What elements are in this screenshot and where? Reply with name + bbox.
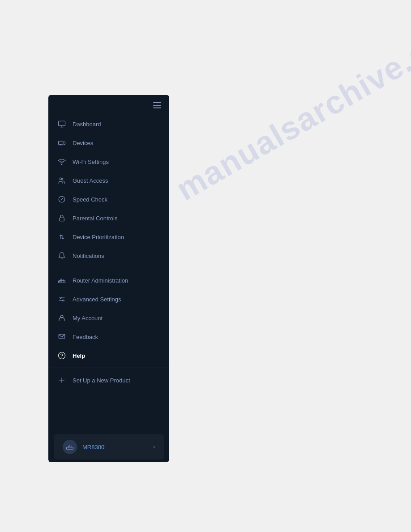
nav-list: Dashboard Devices Wi-Fi Settings Guest A… <box>48 113 169 432</box>
sidebar-item-router-administration[interactable]: Router Administration <box>48 271 169 290</box>
device-avatar <box>63 440 77 454</box>
sidebar-item-speed-check-label: Speed Check <box>73 196 107 203</box>
sidebar-item-wifi-settings-label: Wi-Fi Settings <box>73 159 109 165</box>
svg-point-20 <box>63 300 64 301</box>
sidebar-item-device-prioritization-label: Device Prioritization <box>73 234 124 240</box>
sidebar-item-my-account[interactable]: My Account <box>48 309 169 327</box>
sidebar-item-devices[interactable]: Devices <box>48 133 169 152</box>
sidebar-item-device-prioritization[interactable]: Device Prioritization <box>48 227 169 246</box>
sidebar-item-speed-check[interactable]: Speed Check <box>48 190 169 209</box>
sidebar-item-notifications-label: Notifications <box>73 253 104 259</box>
svg-point-19 <box>60 297 61 299</box>
sidebar-item-guest-access[interactable]: Guest Access <box>48 171 169 190</box>
svg-rect-0 <box>59 121 65 126</box>
router-icon <box>57 276 66 285</box>
speed-icon <box>57 195 66 204</box>
sidebar-item-setup-new-product[interactable]: Set Up a New Product <box>48 371 169 390</box>
sidebar-item-parental-controls-label: Parental Controls <box>73 215 117 222</box>
sidebar-item-help-label: Help <box>73 352 85 359</box>
sidebar-item-feedback-label: Feedback <box>73 334 98 340</box>
device-row[interactable]: MR8300 › <box>54 434 164 459</box>
svg-rect-3 <box>59 141 64 145</box>
divider-1 <box>48 268 169 268</box>
devices-icon <box>57 138 66 147</box>
sidebar-item-devices-label: Devices <box>73 140 93 146</box>
svg-rect-27 <box>67 447 73 450</box>
sidebar-item-dashboard-label: Dashboard <box>73 121 101 128</box>
plus-icon <box>57 376 66 385</box>
account-icon <box>57 313 66 322</box>
sidebar-header <box>48 95 169 113</box>
sidebar-item-dashboard[interactable]: Dashboard <box>48 115 169 133</box>
svg-point-9 <box>61 199 62 200</box>
sidebar-item-my-account-label: My Account <box>73 315 103 322</box>
wifi-icon <box>57 157 66 166</box>
sidebar-item-router-administration-label: Router Administration <box>73 277 128 284</box>
priority-icon <box>57 232 66 241</box>
settings-icon <box>57 295 66 304</box>
sidebar-item-advanced-settings[interactable]: Advanced Settings <box>48 290 169 309</box>
guest-icon <box>57 176 66 185</box>
chevron-right-icon: › <box>153 444 155 450</box>
sidebar-item-notifications[interactable]: Notifications <box>48 246 169 265</box>
lock-icon <box>57 214 66 223</box>
svg-rect-10 <box>60 218 64 221</box>
monitor-icon <box>57 120 66 129</box>
sidebar-item-feedback[interactable]: Feedback <box>48 327 169 346</box>
sidebar: Dashboard Devices Wi-Fi Settings Guest A… <box>48 95 169 462</box>
sidebar-item-parental-controls[interactable]: Parental Controls <box>48 209 169 227</box>
device-name: MR8300 <box>82 444 148 450</box>
svg-point-23 <box>59 352 65 359</box>
bell-icon <box>57 251 66 260</box>
sidebar-item-setup-new-product-label: Set Up a New Product <box>73 377 130 384</box>
feedback-icon <box>57 332 66 341</box>
sidebar-item-wifi-settings[interactable]: Wi-Fi Settings <box>48 152 169 171</box>
svg-point-7 <box>60 178 62 180</box>
watermark: manualsarchive.com <box>170 8 411 207</box>
divider-2 <box>48 368 169 368</box>
sidebar-item-guest-access-label: Guest Access <box>73 177 108 184</box>
help-icon <box>57 351 66 360</box>
svg-point-6 <box>61 164 62 165</box>
menu-toggle-button[interactable] <box>152 101 162 109</box>
sidebar-item-help[interactable]: Help <box>48 346 169 365</box>
sidebar-item-advanced-settings-label: Advanced Settings <box>73 296 121 303</box>
